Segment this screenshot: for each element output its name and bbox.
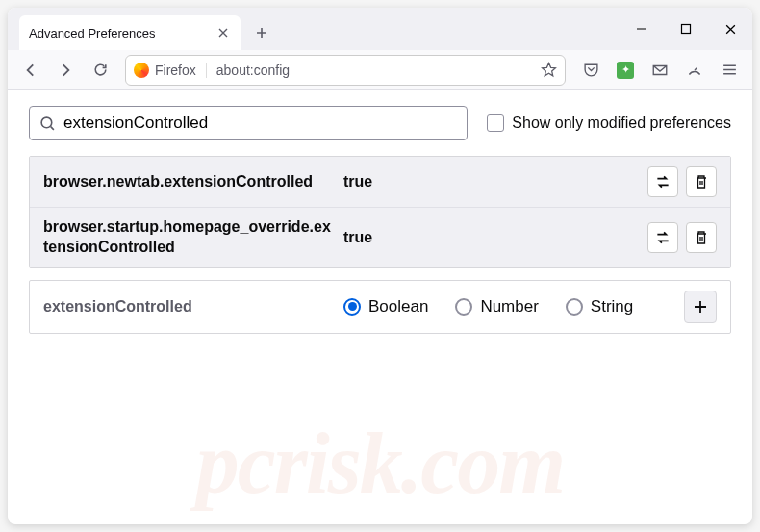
radio-number[interactable]: Number [455,297,538,317]
checkbox-label: Show only modified preferences [512,114,731,132]
browser-tab[interactable]: Advanced Preferences [19,15,241,50]
close-window-button[interactable] [708,8,752,50]
pref-name: browser.startup.homepage_override.extens… [43,217,343,258]
toggle-button[interactable] [647,166,678,197]
address-bar[interactable]: Firefox about:config [125,55,566,86]
checkbox-icon [487,114,504,132]
url-text: about:config [207,63,541,78]
identity-label: Firefox [155,63,196,78]
radio-boolean[interactable]: Boolean [343,297,428,317]
bookmark-star-button[interactable] [541,62,557,78]
menu-button[interactable] [714,55,745,86]
navigation-toolbar: Firefox about:config ✦ [8,50,752,90]
show-modified-checkbox[interactable]: Show only modified preferences [487,114,731,132]
pref-actions [647,222,717,253]
pocket-button[interactable] [575,55,606,86]
type-radio-group: Boolean Number String [343,297,684,317]
radio-label: Boolean [368,297,428,317]
delete-button[interactable] [686,222,717,253]
new-pref-name: extensionControlled [43,298,343,316]
firefox-window: Advanced Preferences [8,8,752,524]
minimize-button[interactable] [620,8,664,50]
radio-icon [566,298,583,316]
search-input[interactable] [63,114,457,133]
reload-button[interactable] [85,55,115,86]
forward-button[interactable] [50,55,81,86]
radio-label: Number [480,297,538,317]
pref-value: true [343,173,647,190]
dashboard-button[interactable] [679,55,710,86]
inbox-button[interactable] [645,55,675,86]
identity-box[interactable]: Firefox [134,63,207,78]
add-pref-button[interactable] [684,291,717,323]
svg-point-1 [41,117,52,128]
preferences-table: browser.newtab.extensionControlled true … [29,156,731,268]
search-icon [39,115,56,132]
pref-name: browser.newtab.extensionControlled [43,172,343,192]
radio-icon [455,298,472,316]
radio-string[interactable]: String [566,297,633,317]
extension-icon: ✦ [617,62,634,79]
tab-title: Advanced Preferences [29,26,215,40]
titlebar: Advanced Preferences [8,8,752,50]
svg-rect-0 [682,25,691,34]
add-pref-row: extensionControlled Boolean Number Strin… [29,280,731,334]
pref-value: true [343,229,647,246]
delete-button[interactable] [686,166,717,197]
extension-button[interactable]: ✦ [610,55,641,86]
about-config-content: Show only modified preferences browser.n… [8,90,752,524]
pref-actions [647,166,717,197]
search-row: Show only modified preferences [29,106,731,140]
maximize-button[interactable] [664,8,708,50]
radio-icon [343,298,361,316]
back-button[interactable] [15,55,46,86]
firefox-icon [134,63,149,78]
pref-row: browser.newtab.extensionControlled true [30,157,730,207]
close-tab-button[interactable] [215,25,231,40]
radio-label: String [591,297,633,317]
new-tab-button[interactable] [246,17,277,48]
toggle-button[interactable] [647,222,678,253]
pref-row: browser.startup.homepage_override.extens… [30,207,730,267]
window-controls [620,8,752,50]
search-box[interactable] [29,106,468,140]
